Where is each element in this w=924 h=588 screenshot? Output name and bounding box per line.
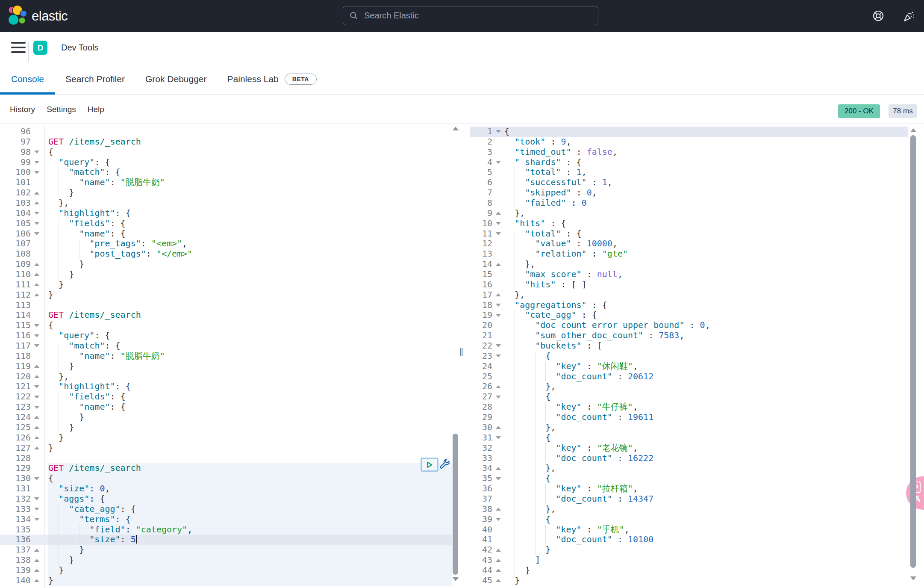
response-line-19[interactable]: 19 "cate_agg" : { <box>470 310 908 320</box>
fold-toggle-icon[interactable] <box>492 504 505 514</box>
response-line-21[interactable]: 21 "sum_other_doc_count" : 7583, <box>470 331 908 341</box>
editor-line-98[interactable]: 98{ <box>0 147 452 157</box>
fold-toggle-icon[interactable] <box>492 229 505 239</box>
response-line-22[interactable]: 22 "buckets" : [ <box>470 341 908 351</box>
response-line-37[interactable]: 37 "doc_count" : 14347 <box>470 494 908 504</box>
fold-toggle-icon[interactable] <box>31 514 44 525</box>
editor-scroll-up-arrow[interactable] <box>453 127 459 130</box>
fold-toggle-icon[interactable] <box>31 331 44 341</box>
fold-toggle-icon[interactable] <box>492 381 505 392</box>
editor-line-125[interactable]: 125 } <box>0 423 452 433</box>
fold-toggle-icon[interactable] <box>492 514 505 525</box>
fold-toggle-icon[interactable] <box>492 300 505 310</box>
editor-line-106[interactable]: 106 "name": { <box>0 229 452 239</box>
editor-line-116[interactable]: 116 "query": { <box>0 331 452 341</box>
fold-toggle-icon[interactable] <box>31 259 44 269</box>
editor-line-130[interactable]: 130{ <box>0 473 452 484</box>
editor-line-136[interactable]: 136 "size": 5 <box>0 535 452 545</box>
fold-toggle-icon[interactable] <box>492 157 505 168</box>
editor-line-122[interactable]: 122 "fields": { <box>0 392 452 402</box>
editor-line-117[interactable]: 117 "match": { <box>0 341 452 351</box>
fold-toggle-icon[interactable] <box>31 545 44 555</box>
response-line-32[interactable]: 32 "key" : "老花镜", <box>470 443 908 453</box>
fold-toggle-icon[interactable] <box>492 473 505 484</box>
response-line-9[interactable]: 9 }, <box>470 208 908 219</box>
fold-toggle-icon[interactable] <box>31 433 44 443</box>
editor-line-107[interactable]: 107 "pre_tags": "<em>", <box>0 239 452 249</box>
response-line-8[interactable]: 8 "failed" : 0 <box>470 198 908 208</box>
editor-line-137[interactable]: 137 } <box>0 545 452 555</box>
fold-toggle-icon[interactable] <box>492 423 505 433</box>
fold-toggle-icon[interactable] <box>492 351 505 361</box>
editor-line-127[interactable]: 127} <box>0 443 452 453</box>
response-line-27[interactable]: 27 { <box>470 392 908 402</box>
editor-line-124[interactable]: 124 } <box>0 412 452 423</box>
fold-toggle-icon[interactable] <box>492 290 505 300</box>
response-scrollbar-thumb[interactable] <box>910 135 916 568</box>
editor-line-126[interactable]: 126 } <box>0 433 452 443</box>
fold-toggle-icon[interactable] <box>492 259 505 269</box>
editor-scrollbar-thumb[interactable] <box>453 434 458 575</box>
response-line-42[interactable]: 42 } <box>470 545 908 555</box>
fold-toggle-icon[interactable] <box>492 555 505 565</box>
panel-resize-handle[interactable]: ‖ <box>459 346 463 359</box>
fold-toggle-icon[interactable] <box>492 341 505 351</box>
elastic-logo-icon[interactable] <box>7 5 29 27</box>
fold-toggle-icon[interactable] <box>31 402 44 412</box>
response-line-17[interactable]: 17 }, <box>470 290 908 300</box>
menu-item-settings[interactable]: Settings <box>47 105 76 114</box>
tab-grok-debugger[interactable]: Grok Debugger <box>135 63 217 95</box>
response-line-28[interactable]: 28 "key" : "牛仔裤", <box>470 402 908 412</box>
response-line-3[interactable]: 3 "timed_out" : false, <box>470 147 908 157</box>
tab-search-profiler[interactable]: Search Profiler <box>55 63 135 95</box>
menu-hamburger-icon[interactable] <box>11 42 26 53</box>
editor-line-100[interactable]: 100 "match": { <box>0 167 452 177</box>
fold-toggle-icon[interactable] <box>31 443 44 453</box>
response-line-4[interactable]: 4 "_shards" : { <box>470 157 908 168</box>
editor-line-113[interactable]: 113 <box>0 300 452 310</box>
fold-toggle-icon[interactable] <box>492 576 505 586</box>
editor-line-115[interactable]: 115{ <box>0 320 452 331</box>
send-request-button[interactable] <box>421 458 438 472</box>
editor-line-134[interactable]: 134 "terms": { <box>0 514 452 525</box>
response-line-11[interactable]: 11 "total" : { <box>470 229 908 239</box>
tab-console[interactable]: Console <box>0 63 55 95</box>
editor-line-123[interactable]: 123 "name": { <box>0 402 452 412</box>
response-line-1[interactable]: 1{ <box>470 127 908 137</box>
fold-toggle-icon[interactable] <box>31 208 44 219</box>
fold-toggle-icon[interactable] <box>31 229 44 239</box>
global-search-input[interactable]: Search Elastic <box>343 6 598 25</box>
editor-line-108[interactable]: 108 "post_tags": "</em>" <box>0 249 452 259</box>
response-line-16[interactable]: 16 "hits" : [ ] <box>470 280 908 290</box>
fold-toggle-icon[interactable] <box>31 147 44 157</box>
fold-toggle-icon[interactable] <box>492 208 505 219</box>
response-line-31[interactable]: 31 { <box>470 433 908 443</box>
fold-toggle-icon[interactable] <box>31 372 44 382</box>
response-line-7[interactable]: 7 "skipped" : 0, <box>470 188 908 198</box>
fold-toggle-icon[interactable] <box>31 280 44 290</box>
response-line-25[interactable]: 25 "doc_count" : 20612 <box>470 372 908 382</box>
editor-line-118[interactable]: 118 "name": "脱脂牛奶" <box>0 351 452 361</box>
fold-toggle-icon[interactable] <box>31 269 44 280</box>
fold-toggle-icon[interactable] <box>31 361 44 372</box>
response-line-29[interactable]: 29 "doc_count" : 19611 <box>470 412 908 423</box>
fold-toggle-icon[interactable] <box>31 494 44 504</box>
fold-toggle-icon[interactable] <box>31 198 44 208</box>
response-line-18[interactable]: 18 "aggregations" : { <box>470 300 908 310</box>
editor-scroll-down-arrow[interactable] <box>453 577 459 581</box>
editor-line-110[interactable]: 110 } <box>0 269 452 280</box>
editor-line-97[interactable]: 97GET /items/_search <box>0 137 452 147</box>
editor-line-132[interactable]: 132 "aggs": { <box>0 494 452 504</box>
response-line-13[interactable]: 13 "relation" : "gte" <box>470 249 908 259</box>
editor-line-101[interactable]: 101 "name": "脱脂牛奶" <box>0 177 452 188</box>
fold-toggle-icon[interactable] <box>31 341 44 351</box>
response-line-10[interactable]: 10 "hits" : { <box>470 219 908 229</box>
editor-line-121[interactable]: 121 "highlight": { <box>0 381 452 392</box>
editor-line-133[interactable]: 133 "cate_agg": { <box>0 504 452 514</box>
response-line-20[interactable]: 20 "doc_count_error_upper_bound" : 0, <box>470 320 908 331</box>
newsfeed-party-popper-icon[interactable] <box>903 10 915 23</box>
response-line-33[interactable]: 33 "doc_count" : 16222 <box>470 453 908 464</box>
response-line-5[interactable]: 5 "total" : 1, <box>470 167 908 177</box>
editor-line-131[interactable]: 131 "size": 0, <box>0 484 452 494</box>
request-options-wrench-icon[interactable] <box>438 458 450 470</box>
